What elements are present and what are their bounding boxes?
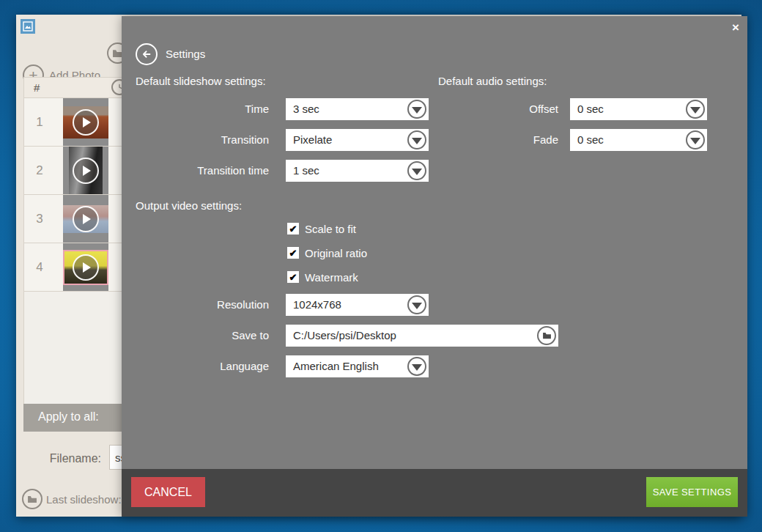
close-icon[interactable]: ×: [732, 19, 739, 37]
language-label: Language: [136, 355, 269, 377]
photo-row-3[interactable]: 3: [24, 195, 130, 243]
photo-thumbnail: [63, 195, 108, 243]
save-to-field[interactable]: C:/Users/psi/Desktop: [286, 325, 558, 347]
language-select[interactable]: American English: [286, 355, 429, 377]
folder-icon: [27, 495, 37, 503]
chevron-down-icon: [686, 100, 705, 119]
scale-to-fit-row: ✔ Scale to fit: [287, 222, 356, 235]
original-ratio-checkbox[interactable]: ✔: [287, 247, 299, 259]
add-photo-button[interactable]: + Add Photo: [16, 37, 119, 70]
chevron-down-icon: [686, 130, 705, 149]
filename-label: Filename:: [37, 452, 101, 465]
slideshow-section-label: Default slideshow settings:: [136, 75, 266, 87]
play-icon[interactable]: [73, 254, 99, 281]
resolution-value: 1024x768: [293, 294, 341, 316]
offset-label: Offset: [438, 98, 558, 120]
transition-select[interactable]: Pixelate: [286, 129, 429, 151]
photo-row-index: 3: [24, 195, 55, 243]
photo-row-index: 1: [24, 98, 55, 146]
photo-table-header: #: [24, 78, 130, 98]
dialog-title: Settings: [166, 48, 205, 60]
fade-label: Fade: [438, 129, 558, 151]
language-value: American English: [293, 355, 379, 377]
scale-to-fit-checkbox[interactable]: ✔: [287, 223, 299, 234]
scale-to-fit-label: Scale to fit: [305, 223, 356, 235]
apply-to-all-label: Apply to all:: [38, 410, 99, 424]
photo-row-index: 2: [24, 147, 55, 194]
photo-row-1[interactable]: 1: [24, 98, 130, 147]
chevron-down-icon: [407, 357, 426, 376]
desktop: + Add Photo # 1: [0, 0, 762, 532]
arrow-left-icon: [140, 48, 153, 61]
transition-time-label: Transition time: [136, 160, 269, 182]
output-section-label: Output video settings:: [136, 199, 242, 212]
chevron-down-icon: [407, 161, 426, 180]
chevron-down-icon: [407, 295, 426, 314]
last-slideshow-folder-button[interactable]: [22, 489, 42, 509]
original-ratio-label: Original ratio: [305, 247, 367, 259]
play-icon[interactable]: [73, 109, 99, 136]
save-to-label: Save to: [136, 325, 269, 347]
transition-time-value: 1 sec: [293, 160, 319, 182]
cancel-button[interactable]: CANCEL: [131, 477, 205, 507]
offset-select[interactable]: 0 sec: [570, 98, 707, 120]
original-ratio-row: ✔ Original ratio: [287, 246, 367, 259]
photo-thumbnail: [63, 98, 108, 146]
dialog-footer: CANCEL SAVE SETTINGS: [122, 469, 747, 517]
photo-row-index: 4: [24, 243, 55, 291]
last-slideshow-label: Last slideshow: C: [46, 493, 133, 506]
apply-to-all-bar: Apply to all:: [23, 404, 130, 432]
folder-icon: [542, 332, 552, 339]
resolution-select[interactable]: 1024x768: [286, 294, 429, 316]
index-column-header: #: [34, 81, 40, 94]
photo-row-2[interactable]: 2: [24, 147, 130, 195]
photo-list-empty-area: [24, 292, 130, 407]
fade-value: 0 sec: [577, 129, 604, 151]
app-logo-icon: [21, 19, 35, 34]
chevron-down-icon: [407, 100, 426, 119]
photo-table: # 1 2: [23, 77, 130, 408]
time-value: 3 sec: [293, 98, 319, 120]
photo-thumbnail: [63, 243, 108, 291]
watermark-checkbox[interactable]: ✔: [287, 271, 299, 283]
photo-thumbnail: [63, 147, 108, 194]
save-to-value: C:/Users/psi/Desktop: [293, 325, 396, 347]
time-label: Time: [136, 98, 269, 120]
back-button[interactable]: [136, 43, 158, 65]
fade-select[interactable]: 0 sec: [570, 129, 707, 151]
play-icon[interactable]: [73, 158, 99, 184]
save-settings-button[interactable]: SAVE SETTINGS: [646, 477, 738, 507]
time-select[interactable]: 3 sec: [286, 98, 429, 120]
play-icon[interactable]: [73, 206, 99, 232]
resolution-label: Resolution: [136, 294, 269, 316]
transition-value: Pixelate: [293, 129, 332, 151]
watermark-row: ✔ Watermark: [287, 270, 358, 284]
offset-value: 0 sec: [577, 98, 604, 120]
watermark-label: Watermark: [305, 271, 358, 284]
settings-dialog: × Settings Default slideshow settings: D…: [122, 16, 747, 517]
transition-label: Transition: [136, 129, 269, 151]
chevron-down-icon: [407, 130, 426, 149]
audio-section-label: Default audio settings:: [438, 75, 547, 87]
transition-time-select[interactable]: 1 sec: [286, 160, 429, 182]
browse-folder-button[interactable]: [537, 326, 556, 345]
photo-row-4[interactable]: 4: [24, 243, 130, 292]
